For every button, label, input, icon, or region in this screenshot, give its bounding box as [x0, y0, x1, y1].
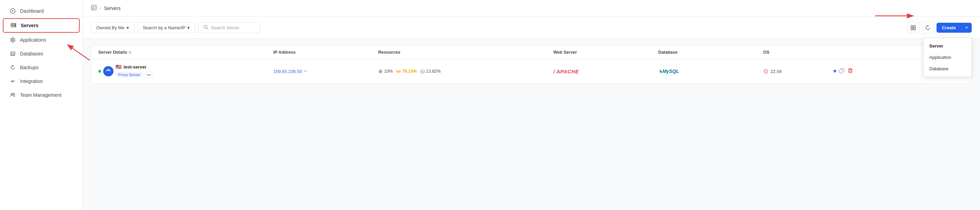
databases-icon	[10, 51, 16, 57]
dropdown-item-server[interactable]: Server	[924, 40, 971, 52]
svg-point-7	[13, 38, 13, 39]
server-tags: Proxy Server •••	[116, 71, 153, 79]
svg-rect-52	[840, 69, 843, 73]
svg-point-51	[423, 72, 424, 73]
delete-button[interactable]	[848, 68, 853, 75]
server-info: 🇺🇸 test-server Proxy Server •••	[116, 64, 153, 79]
col-web-server: Web Server	[553, 50, 658, 55]
sidebar-item-integration[interactable]: Integration	[3, 75, 80, 88]
dropdown-item-application[interactable]: Application	[924, 52, 971, 63]
clone-button[interactable]	[839, 68, 845, 75]
svg-point-1	[12, 10, 13, 12]
svg-rect-26	[911, 25, 913, 28]
dropdown-database-label: Database	[929, 66, 948, 71]
toolbar: Owned By Me ▾ Search by a Name/IP ▾ Sear…	[83, 17, 980, 39]
proxy-server-tag: Proxy Server	[116, 72, 143, 77]
col-database: Database	[659, 50, 763, 55]
owned-by-label: Owned By Me	[96, 25, 124, 30]
sidebar-item-label: Servers	[21, 23, 38, 28]
os-version: 22.04	[770, 69, 782, 74]
table-row: 🇺🇸 test-server Proxy Server ••• 159.65.2…	[91, 59, 971, 83]
dropdown-item-database[interactable]: Database	[924, 63, 971, 74]
refresh-button[interactable]	[922, 22, 934, 33]
table-container: Server Details ⇅ IP Address Resources We…	[83, 39, 980, 210]
dashboard-icon	[10, 8, 16, 14]
sidebar-item-label: Applications	[20, 37, 46, 43]
create-dropdown-menu: Server Application Database	[923, 38, 972, 77]
dropdown-application-label: Application	[929, 55, 951, 60]
servers-table: Server Details ⇅ IP Address Resources We…	[91, 46, 972, 84]
svg-point-16	[12, 81, 13, 82]
chevron-down-icon: ▾	[127, 25, 129, 30]
ubuntu-icon: ⊙	[763, 68, 768, 75]
applications-icon	[10, 37, 16, 43]
sidebar-item-databases[interactable]: Databases	[3, 47, 80, 60]
cell-resources: 10% 78.13%	[378, 69, 553, 74]
cell-database: ↳MySQL	[659, 68, 763, 74]
sidebar-item-servers[interactable]: Servers	[3, 18, 80, 33]
sidebar-item-label: Backups	[20, 65, 39, 70]
sidebar-item-label: Integration	[20, 79, 43, 84]
cpu-usage: 10%	[378, 69, 393, 74]
status-dot-online	[99, 70, 101, 73]
sidebar-item-team-management[interactable]: Team Management	[3, 88, 80, 101]
sidebar-item-dashboard[interactable]: Dashboard	[3, 5, 80, 17]
ip-address-link[interactable]: 159.65.236.50	[273, 69, 302, 74]
team-icon	[10, 92, 16, 98]
cell-server-details: 🇺🇸 test-server Proxy Server •••	[99, 64, 273, 79]
svg-point-12	[10, 39, 11, 39]
owned-by-filter[interactable]: Owned By Me ▾	[91, 22, 134, 33]
col-ip-address: IP Address	[273, 50, 378, 55]
search-server-box[interactable]: Search Server	[199, 22, 261, 33]
breadcrumb-current: Servers	[104, 6, 121, 11]
country-flag: 🇺🇸	[116, 64, 121, 69]
sort-icon: ⇅	[128, 51, 131, 54]
chevron-down-icon: ▾	[188, 25, 190, 30]
svg-rect-35	[380, 71, 381, 72]
sidebar-item-label: Databases	[20, 51, 43, 57]
svg-point-10	[13, 42, 13, 43]
create-dropdown-button[interactable]	[961, 24, 972, 32]
search-placeholder: Search Server	[211, 25, 239, 30]
grid-view-button[interactable]	[908, 22, 919, 33]
sidebar-item-label: Team Management	[20, 92, 61, 98]
col-server-details: Server Details ⇅	[99, 50, 273, 55]
more-tags-button[interactable]: •••	[145, 71, 153, 79]
favorite-button[interactable]: ♥	[834, 68, 837, 74]
backups-icon	[10, 65, 16, 71]
cell-ip-address: 159.65.236.50 ✏	[273, 69, 378, 74]
sidebar-item-label: Dashboard	[20, 8, 44, 14]
svg-point-8	[14, 39, 15, 39]
svg-point-18	[13, 93, 15, 95]
svg-point-9	[14, 41, 15, 42]
create-button[interactable]: Create	[937, 23, 972, 33]
breadcrumb: › Servers	[83, 0, 980, 17]
sidebar: Dashboard Servers Applications	[0, 0, 83, 210]
svg-point-6	[12, 39, 14, 41]
svg-line-25	[207, 28, 208, 29]
table-header: Server Details ⇅ IP Address Resources We…	[91, 46, 971, 59]
apache-label: / APACHE	[553, 68, 579, 74]
svg-rect-20	[91, 5, 96, 10]
svg-point-11	[10, 41, 11, 42]
svg-point-17	[11, 93, 13, 95]
svg-rect-28	[911, 28, 913, 30]
sidebar-item-backups[interactable]: Backups	[3, 61, 80, 74]
edit-ip-icon[interactable]: ✏	[304, 69, 307, 74]
sidebar-item-applications[interactable]: Applications	[3, 33, 80, 46]
table-icon	[91, 5, 97, 12]
search-icon	[204, 25, 208, 30]
create-label: Create	[942, 25, 956, 30]
svg-point-5	[15, 26, 16, 27]
svg-rect-27	[914, 25, 916, 28]
svg-rect-29	[914, 28, 916, 30]
svg-point-33	[108, 69, 109, 71]
integration-icon	[10, 78, 16, 84]
cell-web-server: / APACHE	[553, 68, 658, 74]
toolbar-right: Create	[908, 22, 972, 33]
create-main-button[interactable]: Create	[937, 23, 961, 33]
search-by-name-filter[interactable]: Search by a Name/IP ▾	[138, 22, 195, 33]
servers-icon	[10, 22, 17, 28]
svg-point-4	[15, 24, 16, 24]
mysql-label: ↳MySQL	[659, 68, 679, 74]
